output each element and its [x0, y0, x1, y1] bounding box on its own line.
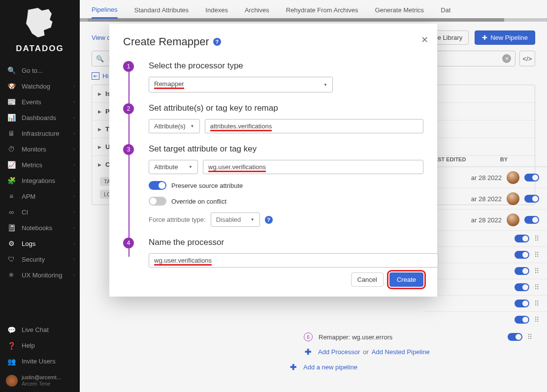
- chevron-down-icon: ▼: [189, 165, 193, 169]
- override-label: Override on conflict: [171, 198, 226, 205]
- step-number-badge: 1: [123, 61, 134, 72]
- target-attribute-input[interactable]: wg.user.verifications: [203, 160, 423, 174]
- source-attributes-input[interactable]: attributes.verifications: [205, 119, 424, 133]
- target-type-select[interactable]: Attribute ▼: [149, 160, 198, 174]
- step-number-badge: 3: [123, 144, 134, 155]
- create-button[interactable]: Create: [389, 272, 423, 287]
- step-4-title: Name the processor: [149, 238, 423, 247]
- chevron-down-icon: ▼: [323, 83, 327, 87]
- override-conflict-toggle[interactable]: [149, 197, 166, 206]
- step-3: 3 Set target attribute or tag key Attrib…: [123, 144, 423, 227]
- step-4: 4 Name the processor wg.user.verificatio…: [123, 238, 423, 268]
- step-3-title: Set target attribute or tag key: [149, 144, 423, 154]
- processor-name-input[interactable]: wg.user.verifications: [149, 253, 438, 268]
- step-number-badge: 2: [123, 103, 134, 114]
- help-icon[interactable]: ?: [213, 38, 221, 46]
- step-2: 2 Set attribute(s) or tag key to remap A…: [123, 103, 423, 133]
- force-type-select[interactable]: Disabled ▼: [211, 212, 260, 227]
- step-1-title: Select the processor type: [149, 61, 423, 71]
- preserve-source-toggle[interactable]: [149, 181, 166, 190]
- step-2-title: Set attribute(s) or tag key to remap: [149, 103, 423, 113]
- close-icon[interactable]: ✕: [421, 34, 428, 45]
- modal-footer: Cancel Create: [123, 272, 423, 287]
- tab-pipelines[interactable]: Pipelines: [92, 0, 118, 19]
- force-type-label: Force attribute type:: [149, 216, 206, 223]
- step-number-badge: 4: [123, 238, 134, 248]
- steps-container: 1 Select the processor type Remapper ▼ 2…: [123, 61, 423, 268]
- modal-title: Create Remapper ?: [123, 35, 423, 48]
- chevron-down-icon: ▼: [191, 124, 194, 128]
- processor-type-select[interactable]: Remapper ▼: [149, 77, 333, 92]
- chevron-down-icon: ▼: [251, 217, 255, 222]
- step-1: 1 Select the processor type Remapper ▼: [123, 61, 423, 92]
- create-remapper-modal: Create Remapper ? ✕ 1 Select the process…: [109, 24, 437, 297]
- preserve-label: Preserve source attribute: [171, 182, 243, 189]
- source-type-select[interactable]: Attribute(s) ▼: [149, 119, 200, 133]
- help-icon[interactable]: ?: [265, 216, 273, 224]
- cancel-button[interactable]: Cancel: [351, 272, 384, 287]
